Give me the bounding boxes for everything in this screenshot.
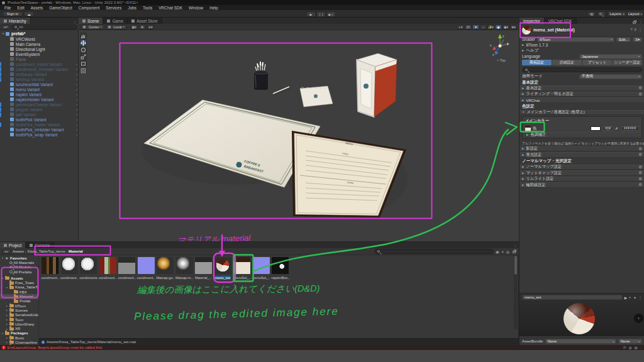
menu-item[interactable]: File [1, 6, 14, 10]
asset-item[interactable]: Matcap-m... [176, 257, 193, 280]
tab-scene[interactable]: Scene [79, 18, 103, 24]
folder-row[interactable]: Free_Toast [0, 280, 38, 285]
preview-play-icon[interactable]: ▶ [625, 295, 628, 300]
console-log-icon[interactable]: ▤ [635, 346, 638, 349]
asset-item[interactable]: menuSet_... [233, 257, 250, 280]
gear-icon[interactable]: ⚙ [638, 177, 642, 182]
color-swatch[interactable] [591, 126, 601, 131]
tab-asset-store[interactable]: Asset Store [128, 18, 162, 24]
folder-row[interactable]: Material [0, 294, 38, 299]
asset-item[interactable]: condiment... [138, 257, 155, 280]
property-search-input[interactable] [522, 67, 642, 72]
folder-row[interactable]: ▾ Kissa_TableTop_it [0, 285, 38, 290]
inspector-menu-icon[interactable]: ⋮ [637, 19, 644, 24]
menu-item[interactable]: VRChat SDK [155, 6, 186, 10]
prefab-open-chevron-icon[interactable]: › [76, 92, 77, 96]
hidden-packages-icon[interactable]: ◍ [506, 250, 509, 254]
scene-visibility-icon[interactable]: ◉ [495, 25, 502, 30]
liltoon-version-foldout[interactable]: ▶ lilToon 1.7.3 [519, 42, 644, 48]
folder-row[interactable]: ▸ lilToon [0, 304, 38, 308]
effects-dropdown-icon[interactable]: ✨▾ [487, 25, 494, 30]
2d-toggle-icon[interactable]: 2D [465, 25, 472, 30]
asset-thumbnail[interactable] [138, 257, 155, 274]
tab-console[interactable]: Console [26, 242, 54, 248]
project-scrollbar[interactable] [514, 255, 518, 329]
progress-icon[interactable]: ◌ [640, 346, 642, 349]
asset-thumbnail[interactable] [157, 257, 174, 274]
prefab-open-chevron-icon[interactable]: › [76, 128, 77, 131]
prefab-open-chevron-icon[interactable]: › [76, 62, 77, 66]
prefab-open-chevron-icon[interactable]: › [76, 118, 77, 121]
create-asset-button[interactable]: +▾ [2, 249, 11, 254]
shader-menu-button[interactable]: ≡▾ [633, 37, 642, 42]
vrchat-foldout[interactable]: ▶VRChat [519, 97, 644, 103]
asset-thumbnail[interactable] [214, 257, 231, 274]
camera-settings-icon[interactable]: ▣▾ [502, 25, 509, 30]
prefab-open-chevron-icon[interactable]: › [76, 97, 77, 101]
help-icon[interactable]: ? [630, 28, 632, 32]
asset-thumbnail[interactable] [80, 257, 97, 274]
prefab-open-chevron-icon[interactable]: › [76, 87, 77, 91]
asset-thumbnail[interactable] [42, 257, 58, 274]
main-texture-thumbnail[interactable] [525, 126, 531, 131]
asset-thumbnail[interactable] [233, 257, 250, 274]
rect-tool[interactable] [80, 60, 87, 67]
emission-settings-foldout[interactable]: ▶発光設定⚙ [519, 152, 644, 158]
normalmap-settings-foldout[interactable]: ▶ノーマルマップ設定⚙ [519, 165, 644, 170]
asset-thumbnail[interactable] [195, 257, 212, 274]
hierarchy-item[interactable]: parmesanCheese Variant › [0, 102, 79, 107]
folder-row[interactable]: All Models [0, 265, 38, 270]
hierarchy-item[interactable]: toothPick_holder Variant › [0, 122, 79, 127]
cache-server-icon[interactable]: ◍ [629, 346, 632, 349]
asset-item[interactable]: condiment... [118, 257, 135, 280]
handle-space-dropdown[interactable]: Local▾ [106, 25, 127, 30]
folder-row[interactable]: ▾ Packages [0, 331, 38, 336]
add-object-button[interactable]: +▾ [1, 25, 10, 30]
asset-item[interactable]: condiments [80, 257, 97, 280]
assetbundle-dropdown[interactable]: None▾ [545, 339, 616, 344]
shading-mode-icon[interactable]: ◐▾ [457, 25, 464, 30]
tab-game[interactable]: Game [103, 18, 128, 24]
scene-orientation-gizmo[interactable]: y x z [487, 32, 515, 60]
hierarchy-search-input[interactable]: All [11, 25, 77, 30]
menu-item[interactable]: Edit [14, 6, 27, 10]
audio-toggle-icon[interactable]: ♪ [480, 25, 487, 30]
lighting-toggle-icon[interactable]: ✦ [472, 25, 479, 30]
prefab-open-chevron-icon[interactable]: › [76, 67, 77, 71]
assetbundle-variant-dropdown[interactable]: None▾ [618, 339, 642, 344]
sign-in-button[interactable]: Sign in [3, 11, 23, 16]
gear-icon[interactable]: ⚙ [638, 170, 642, 175]
asset-item[interactable]: menu_set [214, 257, 231, 280]
hierarchy-item[interactable]: Directional Light › [0, 47, 79, 52]
menu-item[interactable]: Tools [140, 6, 155, 10]
snap-increment-icon[interactable]: ⊞ [139, 25, 146, 30]
asset-thumbnail[interactable] [272, 257, 289, 274]
hierarchy-item[interactable]: hotSauce Variant › [0, 72, 79, 77]
pivot-mode-dropdown[interactable]: Center▾ [80, 25, 104, 30]
tab-vrchat-sdk[interactable]: VRChat SDK [545, 18, 577, 24]
hierarchy-item[interactable]: condiment_holder Variant › [0, 62, 79, 67]
step-button[interactable]: ▶❘ [326, 11, 336, 17]
gear-icon[interactable]: ⚙ [638, 165, 642, 170]
help-foldout[interactable]: ▶ ヘルプ [519, 48, 644, 53]
menu-item[interactable]: Assets [28, 6, 47, 10]
hierarchy-item[interactable]: VRCWorld › [0, 36, 79, 41]
hierarchy-menu-icon[interactable]: ⋮ [71, 19, 79, 24]
prefab-open-chevron-icon[interactable]: › [76, 133, 77, 136]
folder-row[interactable]: ▸ SerializedUdonPr [0, 313, 38, 317]
cloud-icon[interactable]: ☁ [24, 11, 34, 16]
tab-project[interactable]: Project [0, 242, 26, 248]
gear-icon[interactable]: ⚙ [638, 92, 642, 97]
scale-tool[interactable] [80, 53, 87, 60]
view-orientation-label[interactable]: < Top [489, 58, 514, 62]
preview-options-icon[interactable]: ⋮ [638, 295, 642, 300]
tone-correction-foldout[interactable]: ▶色調補正 [524, 132, 640, 138]
gear-icon[interactable]: ⚙ [638, 182, 642, 187]
menu-item[interactable]: Window [186, 6, 206, 10]
lighting-settings-foldout[interactable]: ▶ライティング・明るさ設定⚙ [519, 92, 644, 97]
main-color-foldout[interactable]: ▼メインカラー / 透過設定 (色替え) [519, 110, 644, 116]
hierarchy-item[interactable]: napkin Variant › [0, 92, 79, 97]
language-dropdown[interactable]: Japanese▾ [579, 54, 642, 59]
menu-item[interactable]: Help [206, 6, 221, 10]
toothpick-holder-3d-object[interactable] [254, 62, 268, 90]
